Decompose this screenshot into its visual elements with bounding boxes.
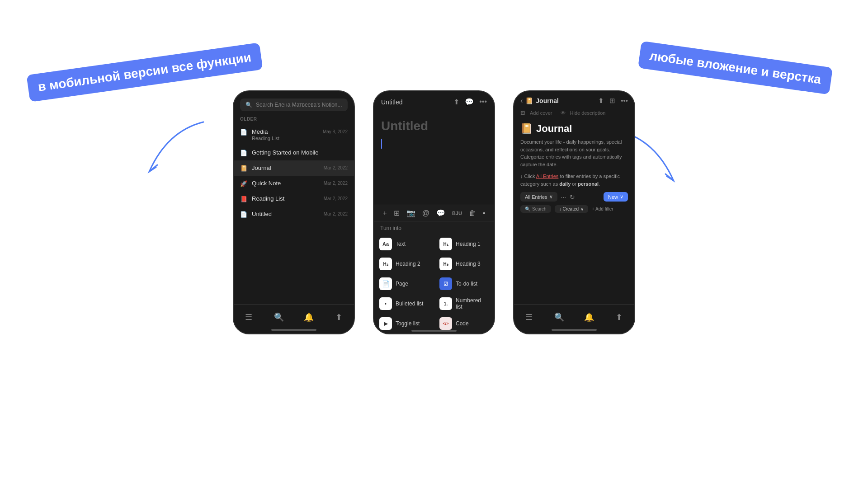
search-bar[interactable]: 🔍 Search Елена Матвеева's Notion... [240, 99, 348, 111]
note-date-reading-list: Mar 2, 2022 [324, 196, 348, 201]
chevron-icon: ∨ [580, 206, 584, 211]
h2-icon: H₂ [379, 258, 392, 270]
nav-upload-icon[interactable]: ⬆ [331, 309, 347, 325]
note-date-media: May 8, 2022 [323, 129, 348, 134]
note-item-getting-started[interactable]: 📄 Getting Started on Mobile [234, 145, 354, 160]
search-icon: 🔍 [525, 206, 530, 211]
note-date-journal: Mar 2, 2022 [324, 165, 348, 170]
note-content-journal: Journal [252, 164, 319, 171]
menu-item-text[interactable]: Aa Text [374, 234, 434, 254]
nav-home-icon-3[interactable]: ☰ [521, 309, 537, 325]
menu-item-bulleted[interactable]: • Bulleted list [374, 294, 434, 314]
journal-filter-row: All Entries ∨ ··· ↻ New ∨ [520, 192, 628, 202]
journal-search-row: 🔍 Search ↓ Created ∨ + Add filter [520, 205, 628, 213]
journal-icon: 📔 [240, 165, 247, 172]
nav-bell-icon-3[interactable]: 🔔 [581, 309, 597, 325]
add-filter-label[interactable]: + Add filter [592, 206, 613, 211]
phone-sidebar: 🔍 Search Елена Матвеева's Notion... OLDE… [233, 90, 355, 334]
numbered-label: Numbered list [456, 297, 489, 310]
toolbar-trash-icon[interactable]: 🗑 [469, 209, 476, 217]
toggle-label: Toggle list [396, 320, 420, 327]
journal-filter-note: ↓ Click All Entries to filter entries by… [520, 173, 628, 188]
search-pill[interactable]: 🔍 Search [520, 205, 551, 213]
add-cover-icon[interactable]: 🖼 [520, 110, 525, 116]
phone2-icons: ⬆ 💬 ••• [453, 98, 487, 106]
toolbar-more-icon[interactable]: • [483, 209, 486, 217]
toolbar-format-icon[interactable]: BJU [452, 211, 462, 216]
nav-home-icon[interactable]: ☰ [241, 309, 257, 325]
sync-icon[interactable]: ↻ [570, 193, 575, 201]
share-icon[interactable]: ⬆ [453, 98, 459, 106]
page-label: Page [396, 281, 408, 287]
phone3-nav: ‹ 📔 Journal [520, 97, 559, 105]
menu-item-h1[interactable]: H₁ Heading 1 [434, 234, 494, 254]
toolbar-grid-icon[interactable]: ⊞ [394, 209, 400, 217]
back-icon[interactable]: ‹ [520, 97, 523, 105]
created-pill[interactable]: ↓ Created ∨ [555, 205, 588, 213]
filter-dots-icon[interactable]: ··· [561, 193, 566, 201]
nav-upload-icon-3[interactable]: ⬆ [611, 309, 627, 325]
todo-icon: ☑ [439, 277, 452, 290]
toolbar-plus-icon[interactable]: + [382, 209, 387, 217]
journal-description: Document your life - daily happenings, s… [520, 138, 628, 168]
nav-search-icon[interactable]: 🔍 [271, 309, 287, 325]
doc-icon: 📄 [240, 129, 247, 136]
more-icon-2[interactable]: ••• [621, 97, 628, 105]
chevron-down-icon: ∨ [549, 194, 553, 200]
todo-label: To-do list [456, 281, 477, 287]
note-item-reading-list[interactable]: 📕 Reading List Mar 2, 2022 [234, 191, 354, 206]
toolbar-camera-icon[interactable]: 📷 [406, 209, 415, 217]
note-date-untitled: Mar 2, 2022 [324, 211, 348, 216]
phone3-title: Journal [536, 97, 559, 104]
note-item-journal[interactable]: 📔 Journal Mar 2, 2022 [234, 160, 354, 176]
phone1-header: 🔍 Search Елена Матвеева's Notion... [234, 91, 354, 115]
doc-icon-3: 📄 [240, 211, 247, 218]
menu-item-h2[interactable]: H₂ Heading 2 [374, 254, 434, 274]
editor-cursor [381, 139, 382, 149]
hide-description-label[interactable]: Hide description [570, 110, 606, 116]
text-label: Text [396, 241, 406, 247]
journal-small-icon: 📔 [525, 97, 533, 104]
phone3-header: ‹ 📔 Journal ⬆ ⊞ ••• [514, 91, 634, 108]
numbered-icon: 1. [439, 297, 452, 310]
note-subtitle-media: Reading List [252, 136, 318, 141]
note-title-journal: Journal [252, 164, 319, 171]
menu-item-page[interactable]: 📄 Page [374, 274, 434, 294]
hide-desc-icon[interactable]: 👁 [561, 110, 566, 116]
toolbar-comment-icon[interactable]: 💬 [436, 209, 445, 217]
search-placeholder: Search Елена Матвеева's Notion... [256, 102, 342, 108]
h1-icon: H₁ [439, 238, 452, 250]
doc-icon-2: 📄 [240, 150, 247, 156]
editor-content: Untitled [374, 110, 494, 205]
note-item-quick-note[interactable]: 🚀 Quick Note Mar 2, 2022 [234, 176, 354, 191]
page-icon: 📄 [379, 277, 392, 290]
all-entries-button[interactable]: All Entries ∨ [520, 192, 557, 202]
note-title-getting-started: Getting Started on Mobile [252, 149, 348, 156]
phone-journal: ‹ 📔 Journal ⬆ ⊞ ••• 🖼 Add cover 👁 Hide d… [513, 90, 635, 334]
more-icon[interactable]: ••• [479, 98, 487, 106]
book-icon: 📕 [240, 196, 247, 202]
share-icon-2[interactable]: ⬆ [598, 97, 604, 105]
phone1-bottom-nav: ☰ 🔍 🔔 ⬆ [234, 304, 354, 333]
menu-item-h3[interactable]: H₃ Heading 3 [434, 254, 494, 274]
note-title-media: Media [252, 128, 318, 135]
menu-item-todo[interactable]: ☑ To-do list [434, 274, 494, 294]
toggle-icon: ▶ [379, 317, 392, 330]
turn-into-menu: Turn into Aa Text H₁ Heading 1 H₂ Headin… [374, 221, 494, 333]
code-icon: </> [439, 317, 452, 330]
note-item-media[interactable]: 📄 Media Reading List May 8, 2022 [234, 124, 354, 145]
phone2-header: Untitled ⬆ 💬 ••• [374, 91, 494, 110]
add-cover-label[interactable]: Add cover [530, 110, 552, 116]
toolbar-at-icon[interactable]: @ [422, 209, 429, 217]
menu-item-numbered[interactable]: 1. Numbered list [434, 294, 494, 314]
comment-icon[interactable]: 💬 [465, 98, 474, 106]
journal-main-title: 📔 Journal [520, 123, 628, 135]
created-label: ↓ Created [559, 206, 579, 211]
note-content-reading-list: Reading List [252, 195, 319, 202]
note-item-untitled[interactable]: 📄 Untitled Mar 2, 2022 [234, 206, 354, 222]
nav-search-icon-3[interactable]: 🔍 [551, 309, 567, 325]
new-button[interactable]: New ∨ [604, 192, 628, 202]
grid-icon[interactable]: ⊞ [609, 97, 615, 105]
editor-toolbar[interactable]: + ⊞ 📷 @ 💬 BJU 🗑 • [374, 205, 494, 221]
nav-bell-icon[interactable]: 🔔 [301, 309, 317, 325]
